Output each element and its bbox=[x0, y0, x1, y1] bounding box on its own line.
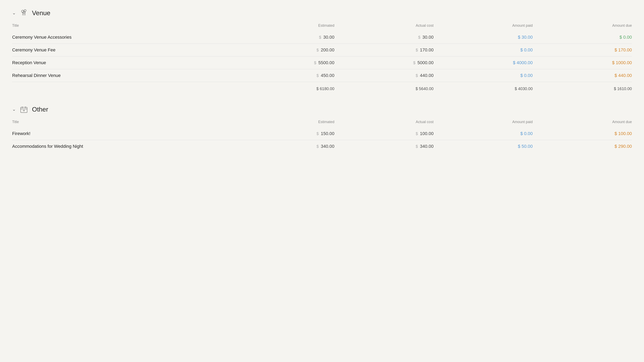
col-amount-due: Amount due bbox=[533, 120, 632, 127]
section-title: Other bbox=[32, 106, 48, 113]
paid-cell: $ 4000.00 bbox=[434, 57, 533, 69]
totals-estimated: $ 6180.00 bbox=[235, 82, 334, 95]
item-name: Ceremony Venue Fee bbox=[12, 44, 235, 57]
dollar-sign: $ bbox=[316, 48, 319, 53]
totals-row: $ 6180.00 $ 5640.00 $ 4030.00 $ 1610.00 bbox=[12, 82, 632, 95]
paid-cell: $ 50.00 bbox=[434, 140, 533, 153]
due-cell: $ 1000.00 bbox=[533, 57, 632, 69]
section-title: Venue bbox=[32, 9, 50, 17]
totals-paid-value: $ 4030.00 bbox=[515, 87, 533, 91]
section-other: ⌄ Other Title Estimated Actual cost Amou… bbox=[12, 105, 632, 153]
paid-value: $ 0.00 bbox=[520, 47, 533, 53]
dollar-sign: $ bbox=[416, 144, 418, 149]
dollar-sign: $ bbox=[319, 35, 321, 40]
actual-cell: $ 100.00 bbox=[334, 127, 434, 140]
col-title: Title bbox=[12, 24, 235, 31]
dollar-sign: $ bbox=[316, 144, 319, 149]
actual-value: 100.00 bbox=[420, 131, 434, 136]
chevron-down-icon[interactable]: ⌄ bbox=[12, 10, 16, 16]
due-value: $ 290.00 bbox=[614, 144, 632, 149]
paid-cell: $ 0.00 bbox=[434, 127, 533, 140]
totals-actual: $ 5640.00 bbox=[334, 82, 434, 95]
estimated-value: 5500.00 bbox=[318, 60, 334, 65]
dollar-sign: $ bbox=[416, 48, 418, 53]
totals-due: $ 1610.00 bbox=[533, 82, 632, 95]
svg-rect-6 bbox=[21, 107, 27, 113]
other-icon bbox=[19, 105, 29, 114]
table-header-row: Title Estimated Actual cost Amount paid … bbox=[12, 24, 632, 31]
dollar-sign: $ bbox=[314, 61, 316, 65]
actual-cell: $ 30.00 bbox=[334, 31, 434, 44]
col-actual-cost: Actual cost bbox=[334, 24, 434, 31]
col-actual-cost: Actual cost bbox=[334, 120, 434, 127]
due-value: $ 440.00 bbox=[614, 73, 632, 78]
due-value: $ 0.00 bbox=[620, 35, 632, 40]
paid-value: $ 50.00 bbox=[518, 144, 533, 149]
table-row: Accommodations for Wedding Night $ 340.0… bbox=[12, 140, 632, 153]
col-estimated: Estimated bbox=[235, 24, 334, 31]
actual-value: 170.00 bbox=[420, 47, 434, 53]
actual-value: 440.00 bbox=[420, 73, 434, 78]
due-value: $ 100.00 bbox=[614, 131, 632, 136]
col-estimated: Estimated bbox=[235, 120, 334, 127]
col-amount-due: Amount due bbox=[533, 24, 632, 31]
estimated-cell: $ 450.00 bbox=[235, 69, 334, 82]
estimated-value: 340.00 bbox=[321, 144, 334, 149]
totals-actual-value: $ 5640.00 bbox=[416, 87, 434, 91]
estimated-value: 200.00 bbox=[321, 47, 334, 53]
due-value: $ 1000.00 bbox=[612, 60, 632, 65]
chevron-down-icon[interactable]: ⌄ bbox=[12, 107, 16, 112]
estimated-cell: $ 30.00 bbox=[235, 31, 334, 44]
actual-cell: $ 5000.00 bbox=[334, 57, 434, 69]
actual-value: 340.00 bbox=[420, 144, 434, 149]
estimated-cell: $ 340.00 bbox=[235, 140, 334, 153]
actual-value: 30.00 bbox=[422, 35, 434, 40]
section-venue: ⌄ Venue Title Estimated Actual cost Amou… bbox=[12, 8, 632, 95]
paid-cell: $ 0.00 bbox=[434, 44, 533, 57]
estimated-value: 450.00 bbox=[321, 73, 334, 78]
due-cell: $ 170.00 bbox=[533, 44, 632, 57]
paid-value: $ 4000.00 bbox=[513, 60, 533, 65]
estimated-cell: $ 5500.00 bbox=[235, 57, 334, 69]
item-name: Firework! bbox=[12, 127, 235, 140]
dollar-sign: $ bbox=[418, 35, 420, 40]
budget-table: Title Estimated Actual cost Amount paid … bbox=[12, 120, 632, 153]
col-amount-paid: Amount paid bbox=[434, 120, 533, 127]
estimated-value: 30.00 bbox=[323, 35, 334, 40]
paid-value: $ 0.00 bbox=[520, 73, 533, 78]
section-header: ⌄ Other bbox=[12, 105, 632, 114]
totals-label bbox=[12, 82, 235, 95]
item-name: Accommodations for Wedding Night bbox=[12, 140, 235, 153]
item-name: Rehearsal Dinner Venue bbox=[12, 69, 235, 82]
actual-cell: $ 340.00 bbox=[334, 140, 434, 153]
totals-due-value: $ 1610.00 bbox=[614, 87, 632, 91]
paid-value: $ 0.00 bbox=[520, 131, 533, 136]
dollar-sign: $ bbox=[416, 73, 418, 78]
estimated-value: 150.00 bbox=[321, 131, 334, 136]
actual-value: 5000.00 bbox=[418, 60, 434, 65]
item-name: Ceremony Venue Accessories bbox=[12, 31, 235, 44]
due-value: $ 170.00 bbox=[614, 47, 632, 53]
table-row: Firework! $ 150.00 $ 100.00 $ 0.00 bbox=[12, 127, 632, 140]
estimated-cell: $ 200.00 bbox=[235, 44, 334, 57]
table-header-row: Title Estimated Actual cost Amount paid … bbox=[12, 120, 632, 127]
due-cell: $ 100.00 bbox=[533, 127, 632, 140]
paid-cell: $ 30.00 bbox=[434, 31, 533, 44]
dollar-sign: $ bbox=[316, 131, 319, 136]
due-cell: $ 290.00 bbox=[533, 140, 632, 153]
actual-cell: $ 170.00 bbox=[334, 44, 434, 57]
totals-paid: $ 4030.00 bbox=[434, 82, 533, 95]
col-title: Title bbox=[12, 120, 235, 127]
estimated-cell: $ 150.00 bbox=[235, 127, 334, 140]
dollar-sign: $ bbox=[316, 73, 319, 78]
dollar-sign: $ bbox=[416, 131, 418, 136]
totals-estimated-value: $ 6180.00 bbox=[316, 87, 334, 91]
venue-icon bbox=[19, 8, 29, 18]
section-header: ⌄ Venue bbox=[12, 8, 632, 18]
table-row: Reception Venue $ 5500.00 $ 5000.00 $ 40 bbox=[12, 57, 632, 69]
dollar-sign: $ bbox=[413, 61, 415, 65]
table-row: Ceremony Venue Accessories $ 30.00 $ 30.… bbox=[12, 31, 632, 44]
paid-value: $ 30.00 bbox=[518, 35, 533, 40]
due-cell: $ 0.00 bbox=[533, 31, 632, 44]
due-cell: $ 440.00 bbox=[533, 69, 632, 82]
